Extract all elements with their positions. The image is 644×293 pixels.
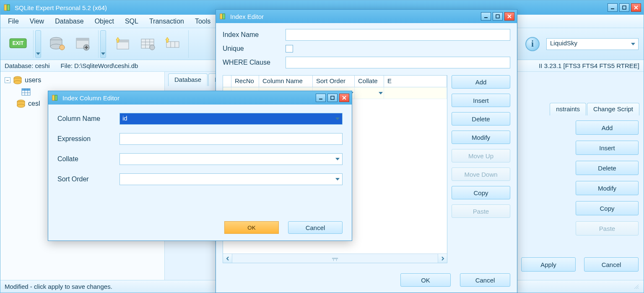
ie-row-index-name: Index Name xyxy=(223,29,510,41)
ie-minimize-button[interactable] xyxy=(481,12,491,21)
ie-hscrollbar[interactable]: ╤╤ xyxy=(223,254,447,263)
ie-row-unique: Unique xyxy=(223,45,510,52)
table-settings-icon[interactable] xyxy=(137,33,159,55)
ie-input-where[interactable] xyxy=(286,57,510,68)
ie-ok-button[interactable]: OK xyxy=(400,273,451,287)
main-maximize-button[interactable] xyxy=(619,3,629,12)
toolbar-dropdown-2[interactable] xyxy=(100,30,106,58)
svg-rect-13 xyxy=(76,38,89,41)
ie-checkbox-unique[interactable] xyxy=(286,45,293,52)
theme-select-value: LiquidSky xyxy=(550,39,577,47)
modify-button[interactable]: Modify xyxy=(576,181,639,195)
delete-button[interactable]: Delete xyxy=(576,161,639,175)
menu-object[interactable]: Object xyxy=(91,16,118,27)
file-path-label: File: D:\SqliteWord\ceshi.db xyxy=(61,62,138,69)
ie-copy-button[interactable]: Copy xyxy=(452,186,510,199)
info-icon[interactable]: i xyxy=(525,37,540,51)
tree-collapse-toggle[interactable]: − xyxy=(5,77,10,83)
resize-grip-icon[interactable] xyxy=(634,284,639,290)
theme-select[interactable]: LiquidSky xyxy=(546,38,639,50)
scroll-right-icon[interactable] xyxy=(438,254,447,263)
tree-root-label: users xyxy=(25,76,41,84)
database-icon xyxy=(16,99,26,108)
ice-select-sort-order-value[interactable] xyxy=(119,173,343,185)
tabs-right: nstraints Change Script xyxy=(550,103,639,115)
ice-select-sort-order[interactable] xyxy=(119,173,343,185)
menu-sql[interactable]: SQL xyxy=(121,16,143,27)
app-icon xyxy=(3,3,11,12)
ie-input-index-name[interactable] xyxy=(286,29,510,41)
exit-button[interactable]: EXIT xyxy=(7,33,29,55)
tab-database[interactable]: Database xyxy=(168,73,208,86)
tab-constraints[interactable]: nstraints xyxy=(550,103,586,115)
ice-select-collate[interactable] xyxy=(119,153,343,165)
ie-modify-button[interactable]: Modify xyxy=(452,131,510,144)
ie-col-e[interactable]: E xyxy=(384,76,447,87)
ie-moveup-button: Move Up xyxy=(452,149,510,162)
ice-minimize-button[interactable] xyxy=(316,94,326,102)
chevron-down-icon xyxy=(101,52,105,55)
ie-insert-button[interactable]: Insert xyxy=(452,94,510,107)
ice-title: Index Column Editor xyxy=(62,94,119,102)
ice-cancel-button[interactable]: Cancel xyxy=(288,221,343,234)
ice-label-expression: Expression xyxy=(57,135,115,143)
ice-row-collate: Collate xyxy=(57,153,343,165)
sqlite-version-label: II 3.23.1 [FTS3 FTS4 FTS5 RTREE] xyxy=(539,62,639,69)
ie-row-where: WHERE Clause xyxy=(223,57,510,68)
ie-col-recno[interactable]: RecNo xyxy=(231,76,259,87)
ice-titlebar: Index Column Editor xyxy=(48,91,352,105)
ie-close-button[interactable] xyxy=(504,12,514,21)
chevron-down-icon xyxy=(630,41,636,47)
add-button[interactable]: Add xyxy=(576,120,639,135)
new-row-icon[interactable] xyxy=(162,33,184,55)
ice-input-expression[interactable] xyxy=(119,133,343,145)
ice-maximize-button[interactable] xyxy=(327,94,338,102)
ice-row-column-name: Column Name id xyxy=(57,113,343,125)
ie-add-button[interactable]: Add xyxy=(452,75,510,89)
tree-root-row[interactable]: − users xyxy=(2,74,163,86)
ie-cell-e[interactable] xyxy=(384,87,447,99)
insert-button[interactable]: Insert xyxy=(576,141,639,155)
ie-col-collate[interactable]: Collate xyxy=(355,76,384,87)
copy-button[interactable]: Copy xyxy=(576,201,639,215)
main-minimize-button[interactable] xyxy=(608,3,618,12)
side-buttons: Add Insert Delete Modify Copy Paste xyxy=(576,120,639,235)
ice-select-collate-value[interactable] xyxy=(119,153,343,165)
database-user-icon[interactable] xyxy=(47,33,69,55)
tab-change-script[interactable]: Change Script xyxy=(587,103,639,115)
menu-database[interactable]: Database xyxy=(51,16,88,27)
ice-select-column-name[interactable]: id xyxy=(119,113,343,125)
toolbar-group-3 xyxy=(108,30,189,58)
menu-file[interactable]: File xyxy=(4,16,23,27)
svg-rect-34 xyxy=(22,89,30,91)
new-table-icon[interactable] xyxy=(112,33,134,55)
ie-delete-button[interactable]: Delete xyxy=(452,112,510,126)
toolbar-group-2 xyxy=(43,30,99,58)
cancel-button[interactable]: Cancel xyxy=(584,257,639,272)
index-editor-title: Index Editor xyxy=(230,13,264,20)
scroll-left-icon[interactable] xyxy=(223,254,232,263)
ie-paste-button: Paste xyxy=(452,204,510,218)
database-settings-icon[interactable] xyxy=(72,33,94,55)
ie-col-sort-order[interactable]: Sort Order xyxy=(313,76,355,87)
menu-transaction[interactable]: Transaction xyxy=(145,16,188,27)
apply-button[interactable]: Apply xyxy=(521,257,576,272)
ie-maximize-button[interactable] xyxy=(493,12,503,21)
main-close-button[interactable] xyxy=(631,3,641,12)
toolbar-dropdown-1[interactable] xyxy=(35,30,41,58)
ie-col-column-name[interactable]: Column Name xyxy=(259,76,313,87)
ie-side-buttons: Add Insert Delete Modify Move Up Move Do… xyxy=(452,75,510,263)
svg-rect-51 xyxy=(55,95,57,100)
menu-tools[interactable]: Tools xyxy=(191,16,215,27)
scroll-track[interactable]: ╤╤ xyxy=(232,256,438,261)
ie-col-handle xyxy=(223,76,231,87)
ice-row-expression: Expression xyxy=(57,133,343,145)
ice-close-button[interactable] xyxy=(339,94,349,102)
ice-ok-button[interactable]: OK xyxy=(224,221,279,234)
bottom-buttons: Apply Cancel xyxy=(521,257,639,272)
ie-cancel-button[interactable]: Cancel xyxy=(460,273,510,287)
menu-view[interactable]: View xyxy=(26,16,48,27)
ie-cell-collate[interactable] xyxy=(355,87,384,99)
svg-text:EXIT: EXIT xyxy=(13,40,24,46)
svg-rect-0 xyxy=(4,5,7,10)
